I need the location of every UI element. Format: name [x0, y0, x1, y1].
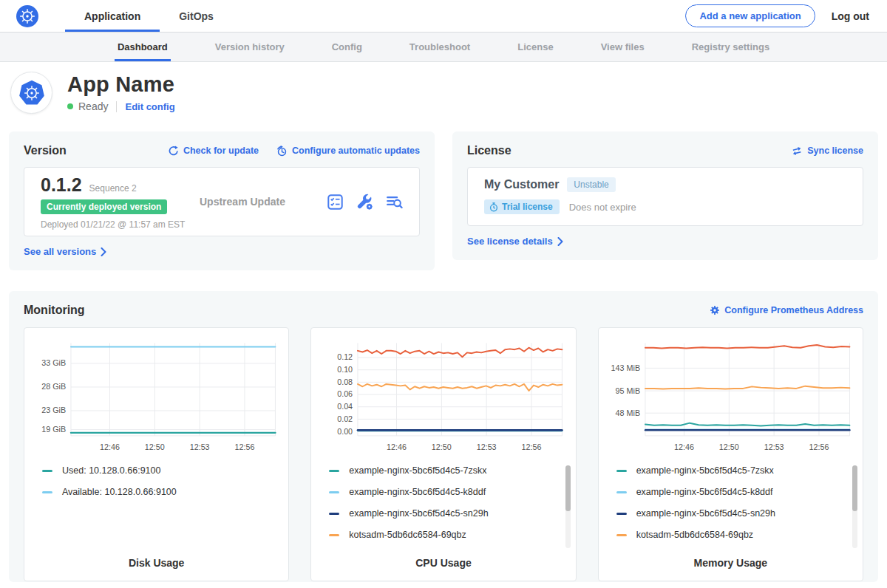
svg-text:0.04: 0.04 — [337, 402, 353, 411]
svg-text:48 MiB: 48 MiB — [615, 408, 640, 417]
trial-license-badge: Trial license — [484, 199, 560, 214]
deployed-timestamp: Deployed 01/21/22 @ 11:57 am EST — [41, 219, 200, 230]
subnav-tab-dashboard[interactable]: Dashboard — [115, 33, 171, 61]
check-for-update-link[interactable]: Check for update — [168, 146, 259, 157]
license-card: License Sync license My C — [452, 131, 878, 260]
legend-color-dash — [329, 470, 339, 472]
refresh-icon — [168, 146, 179, 157]
svg-text:12:53: 12:53 — [190, 442, 210, 451]
legend-item: example-nginx-5bc6f5d4c5-sn29h — [329, 506, 566, 521]
monitoring-section: Monitoring Configure Prometheus Address … — [9, 291, 878, 582]
subnav-tab-config[interactable]: Config — [329, 33, 365, 61]
memory-usage-chart-card: 143 MiB95 MiB48 MiB12:4612:5012:5312:56 … — [598, 327, 863, 581]
svg-text:12:56: 12:56 — [809, 442, 829, 451]
legend-color-dash — [616, 470, 627, 472]
chart-title: Disk Usage — [33, 557, 279, 572]
legend-item: example-nginx-5bc6f5d4c5-k8ddf — [616, 485, 854, 499]
svg-text:23 GiB: 23 GiB — [41, 406, 66, 414]
top-nav: Application GitOps Add a new application… — [0, 0, 887, 33]
svg-text:0.00: 0.00 — [337, 427, 353, 436]
svg-text:12:53: 12:53 — [764, 442, 784, 451]
svg-text:19 GiB: 19 GiB — [41, 425, 66, 434]
tab-application[interactable]: Application — [65, 0, 160, 32]
see-license-details-link[interactable]: See license details — [467, 236, 563, 247]
svg-text:12:56: 12:56 — [522, 442, 542, 451]
legend-color-dash — [616, 491, 627, 493]
sync-license-link[interactable]: Sync license — [791, 146, 863, 156]
legend-label: example-nginx-5bc6f5d4c5-sn29h — [349, 508, 488, 519]
tab-gitops[interactable]: GitOps — [160, 0, 233, 32]
kubernetes-logo-icon[interactable] — [16, 5, 38, 27]
divider — [116, 101, 117, 112]
legend-color-dash — [42, 470, 52, 472]
add-application-button[interactable]: Add a new application — [685, 4, 815, 27]
svg-text:95 MiB: 95 MiB — [615, 386, 640, 395]
stopwatch-icon — [489, 202, 498, 212]
console-tabs: Application GitOps — [65, 0, 233, 32]
legend-item: kotsadm-5db6dc6584-69qbz — [329, 527, 566, 542]
customer-name: My Customer — [484, 178, 559, 191]
legend-label: example-nginx-5bc6f5d4c5-k8ddf — [636, 487, 773, 497]
svg-text:0.02: 0.02 — [337, 414, 353, 423]
version-card-title: Version — [24, 144, 67, 157]
legend-item: example-nginx-5bc6f5d4c5-7zskx — [329, 463, 566, 478]
svg-text:0.06: 0.06 — [337, 389, 353, 398]
legend-color-dash — [42, 491, 52, 493]
app-logo-icon — [10, 72, 52, 114]
legend-label: kotsadm-5db6dc6584-69qbz — [349, 530, 466, 540]
svg-text:12:46: 12:46 — [100, 442, 120, 451]
preflight-checks-icon[interactable] — [327, 194, 344, 211]
release-type-label: Upstream Update — [200, 196, 285, 208]
gear-icon — [710, 305, 720, 315]
legend-color-dash — [329, 491, 339, 493]
subnav-tab-troubleshoot[interactable]: Troubleshoot — [407, 33, 473, 61]
legend-color-dash — [616, 513, 627, 515]
svg-text:12:53: 12:53 — [477, 442, 497, 451]
legend-label: kotsadm-5db6dc6584-69qbz — [636, 530, 753, 540]
svg-text:0.10: 0.10 — [337, 365, 353, 374]
currently-deployed-badge: Currently deployed version — [41, 199, 167, 214]
edit-config-wrench-icon[interactable] — [356, 194, 373, 211]
legend-scrollbar[interactable] — [565, 465, 571, 548]
memory-usage-legend: example-nginx-5bc6f5d4c5-7zskxexample-ng… — [608, 463, 854, 549]
version-sequence: Sequence 2 — [89, 183, 137, 194]
legend-item: Used: 10.128.0.66:9100 — [42, 463, 279, 478]
legend-scrollbar[interactable] — [852, 465, 857, 548]
svg-text:12:56: 12:56 — [234, 442, 254, 451]
app-status: Ready — [78, 100, 108, 112]
subnav-tab-license[interactable]: License — [514, 33, 556, 61]
disk-usage-chart: 33 GiB28 GiB23 GiB19 GiB12:4612:5012:531… — [33, 338, 279, 454]
app-subnav: Dashboard Version history Config Trouble… — [0, 33, 887, 62]
memory-usage-chart: 143 MiB95 MiB48 MiB12:4612:5012:5312:56 — [608, 338, 854, 454]
legend-label: Used: 10.128.0.66:9100 — [62, 465, 160, 476]
cpu-usage-legend: example-nginx-5bc6f5d4c5-7zskxexample-ng… — [320, 463, 566, 549]
auto-update-clock-icon — [276, 146, 288, 157]
subnav-tab-version-history[interactable]: Version history — [212, 33, 288, 61]
svg-text:12:46: 12:46 — [387, 442, 407, 451]
disk-usage-chart-card: 33 GiB28 GiB23 GiB19 GiB12:4612:5012:531… — [24, 327, 289, 581]
svg-text:143 MiB: 143 MiB — [611, 363, 640, 372]
configure-prometheus-link[interactable]: Configure Prometheus Address — [710, 305, 863, 315]
logout-link[interactable]: Log out — [832, 10, 869, 22]
view-diff-icon[interactable] — [386, 194, 403, 211]
version-number: 0.1.2 — [41, 174, 82, 196]
page-title: App Name — [67, 73, 175, 97]
app-header: App Name Ready Edit config — [0, 62, 887, 124]
cpu-usage-chart-card: 0.120.100.080.060.040.020.0012:4612:5012… — [310, 327, 576, 581]
disk-usage-legend: Used: 10.128.0.66:9100Available: 10.128.… — [33, 463, 279, 506]
svg-text:12:50: 12:50 — [719, 442, 739, 451]
subnav-tab-view-files[interactable]: View files — [598, 33, 648, 61]
edit-config-link[interactable]: Edit config — [125, 101, 174, 112]
deployed-version-panel: 0.1.2 Sequence 2 Currently deployed vers… — [24, 167, 420, 236]
legend-item: kotsadm-5db6dc6584-69qbz — [616, 527, 854, 542]
license-expiry: Does not expire — [569, 202, 636, 213]
legend-label: example-nginx-5bc6f5d4c5-7zskx — [349, 465, 486, 476]
svg-text:12:46: 12:46 — [674, 442, 694, 451]
see-all-versions-link[interactable]: See all versions — [24, 246, 106, 257]
subnav-tab-registry-settings[interactable]: Registry settings — [689, 33, 772, 61]
legend-item: example-nginx-5bc6f5d4c5-k8ddf — [329, 485, 566, 499]
configure-automatic-updates-link[interactable]: Configure automatic updates — [276, 146, 420, 157]
legend-label: example-nginx-5bc6f5d4c5-k8ddf — [349, 487, 486, 497]
chart-title: Memory Usage — [608, 557, 854, 572]
legend-label: example-nginx-5bc6f5d4c5-sn29h — [636, 508, 775, 519]
